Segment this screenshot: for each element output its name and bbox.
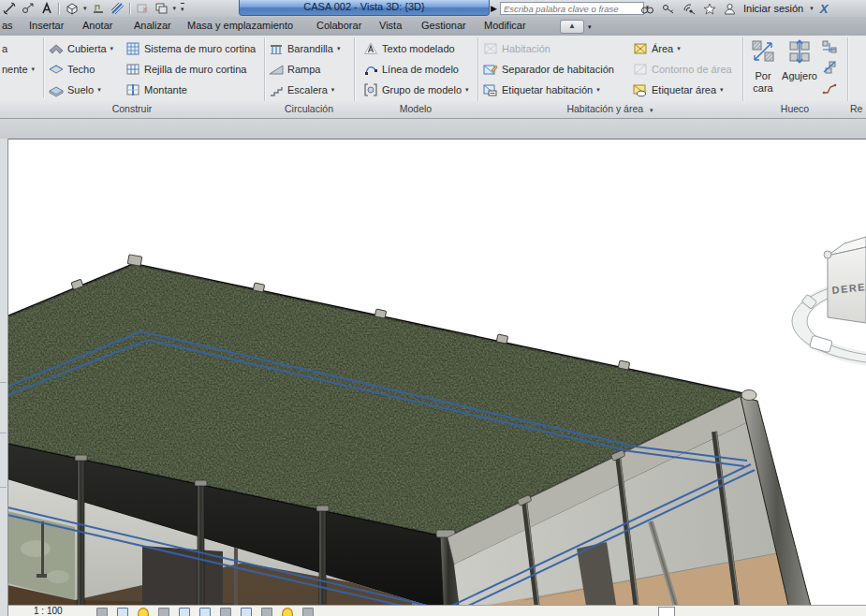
barandilla-button[interactable]: Barandilla ▾	[269, 39, 340, 58]
tab-colaborar[interactable]: Colaborar	[316, 20, 361, 31]
switch-windows-icon[interactable]	[154, 2, 169, 16]
partial-button-componente[interactable]: nente ▾	[2, 60, 35, 79]
tab-insertar[interactable]: Insertar	[29, 20, 64, 31]
measure-icon[interactable]	[2, 2, 16, 16]
rampa-icon	[269, 62, 284, 77]
panel-referencia-partial[interactable]: Re	[850, 103, 866, 114]
area-button[interactable]: Área ▾	[633, 39, 681, 58]
unlock-view-icon[interactable]	[241, 608, 252, 616]
muro-cortina-icon	[125, 41, 140, 56]
hueco-vertical-button[interactable]	[822, 58, 841, 77]
etiquetar-habitacion-button[interactable]: Etiquetar habitación ▾	[483, 81, 600, 99]
favorites-star-icon[interactable]	[702, 2, 716, 16]
exchange-apps-icon[interactable]: X	[820, 2, 829, 16]
signin-button[interactable]: Iniciar sesión	[743, 3, 803, 14]
contorno-area-icon	[633, 62, 648, 77]
linea-modelo-icon	[363, 62, 378, 77]
selection-grip[interactable]	[658, 607, 675, 616]
compass-label-marker[interactable]	[809, 335, 832, 353]
montante-button[interactable]: Montante	[125, 81, 187, 99]
search-binoculars-icon[interactable]	[640, 2, 654, 16]
sun-path-icon[interactable]	[138, 608, 149, 616]
detail-level-icon[interactable]	[96, 608, 108, 616]
3d-view[interactable]: DERECHA	[7, 139, 866, 616]
hueco-por-cara-button[interactable]: Por cara	[746, 39, 780, 97]
crop-view-icon[interactable]	[199, 608, 211, 616]
visual-style-icon[interactable]	[117, 608, 128, 616]
viewcube-corner[interactable]	[824, 251, 831, 258]
text-tool-icon[interactable]	[39, 2, 53, 16]
temporary-hide-icon[interactable]	[261, 608, 272, 616]
section-icon[interactable]	[92, 2, 106, 16]
tab-anotar[interactable]: Anotar	[82, 20, 112, 31]
panel-modelo[interactable]: Modelo	[354, 103, 477, 114]
analytical-model-icon[interactable]	[302, 608, 314, 616]
switch-windows-arrow-icon[interactable]: ▾	[173, 4, 177, 13]
view-dropdown-arrow-icon[interactable]: ▾	[83, 4, 87, 13]
tab-masa-y-emplazamiento[interactable]: Masa y emplazamiento	[187, 20, 293, 31]
escalera-button[interactable]: Escalera ▾	[269, 81, 334, 99]
hueco-agujero-button[interactable]: Agujero	[783, 39, 816, 97]
hueco-buhardilla-button[interactable]	[822, 79, 841, 97]
viewcube[interactable]: DERECHA	[792, 237, 866, 364]
ribbon-minimize-arrow-icon[interactable]: ▾	[588, 23, 592, 31]
grupo-modelo-label: Grupo de modelo	[382, 84, 462, 95]
window-title: CASA 002 - Vista 3D: {3D}	[239, 0, 490, 16]
techo-button[interactable]: Techo	[49, 60, 95, 79]
cubierta-icon	[49, 41, 64, 56]
panel-circulacion[interactable]: Circulación	[264, 103, 354, 114]
tab-modificar[interactable]: Modificar	[484, 20, 526, 31]
sistema-muro-cortina-button[interactable]: Sistema de muro cortina	[125, 39, 256, 58]
rendering-icon[interactable]	[179, 608, 190, 616]
radial-dimension-icon[interactable]	[21, 2, 35, 16]
shadows-icon[interactable]	[158, 608, 169, 616]
partial-button-ventana[interactable]: a	[2, 39, 7, 58]
communication-center-icon[interactable]	[682, 2, 696, 16]
texto-modelado-button[interactable]: Texto modelado	[363, 39, 455, 58]
customize-qat-icon[interactable]: ▾	[181, 3, 184, 14]
agujero-icon	[787, 39, 812, 70]
signin-dropdown-arrow-icon[interactable]: ▾	[810, 4, 814, 13]
dropdown-arrow-icon: ▾	[337, 45, 341, 52]
linea-modelo-label: Línea de modelo	[382, 64, 459, 75]
tab-gestionar[interactable]: Gestionar	[421, 20, 466, 31]
properties-palette-edge[interactable]	[0, 139, 8, 616]
separador-habitacion-button[interactable]: Separador de habitación	[483, 60, 614, 79]
dropdown-arrow-icon: ▾	[677, 45, 681, 52]
show-crop-region-icon[interactable]	[220, 608, 231, 616]
thin-lines-icon[interactable]	[110, 2, 125, 16]
cubierta-button[interactable]: Cubierta ▾	[49, 39, 113, 58]
view-control-bar[interactable]: 1 : 100	[7, 605, 866, 616]
view-scale-button[interactable]: 1 : 100	[34, 606, 63, 616]
por-cara-label: Por cara	[747, 70, 779, 95]
signin-person-icon[interactable]	[723, 2, 737, 16]
drawing-area[interactable]: DERECHA 1 : 100	[7, 139, 866, 616]
suelo-icon	[49, 82, 64, 97]
search-input[interactable]	[500, 2, 644, 15]
rampa-button[interactable]: Rampa	[269, 60, 320, 79]
panel-construir[interactable]: Construir	[0, 103, 264, 114]
rejilla-icon	[125, 62, 140, 77]
tab-sistemas-partial[interactable]: as	[2, 20, 13, 31]
panel-habitacion-y-area[interactable]: Habitación y área ▾	[477, 103, 742, 114]
tab-analizar[interactable]: Analizar	[134, 20, 171, 31]
suelo-button[interactable]: Suelo ▾	[49, 81, 101, 99]
linea-modelo-button[interactable]: Línea de modelo	[363, 60, 459, 79]
infocenter-toggle-icon[interactable]: ▶	[491, 4, 497, 13]
grupo-modelo-icon	[363, 82, 378, 97]
rampa-label: Rampa	[287, 64, 320, 75]
habitacion-label: Habitación	[502, 43, 550, 54]
reveal-hidden-icon[interactable]	[282, 608, 293, 616]
tab-vista[interactable]: Vista	[379, 20, 402, 31]
panel-label-row: Construir Circulación Modelo Habitación …	[0, 101, 866, 118]
panel-hueco[interactable]: Hueco	[742, 103, 847, 114]
etiquetar-area-button[interactable]: Etiquetar área ▾	[633, 81, 724, 99]
rejilla-muro-cortina-button[interactable]: Rejilla de muro cortina	[125, 60, 246, 79]
subscription-key-icon[interactable]	[661, 2, 675, 16]
contorno-area-label: Contorno de área	[652, 64, 732, 75]
hueco-muro-button[interactable]	[822, 37, 841, 56]
ribbon-minimize-button[interactable]: ▲	[560, 20, 584, 34]
default-3d-view-icon[interactable]	[65, 2, 79, 16]
ribbon-lower-strip	[0, 118, 866, 139]
grupo-modelo-button[interactable]: Grupo de modelo ▾	[363, 81, 469, 99]
